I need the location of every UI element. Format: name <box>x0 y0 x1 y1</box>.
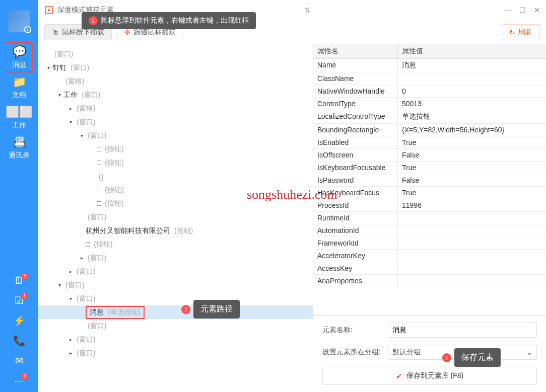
property-name: LocalizedControlType <box>313 110 398 123</box>
property-row: Name消息 <box>313 59 546 72</box>
tree-node[interactable]: ▸(窗格) <box>38 102 313 115</box>
tree-hint: (单选按钮) <box>108 308 141 316</box>
annotation-number-1: 1 <box>89 16 98 25</box>
property-row: IsOffscreenFalse <box>313 149 546 162</box>
tree-node[interactable]: (窗口) <box>38 210 313 224</box>
tree-node[interactable]: 杭州分叉智能科技有限公司 (按钮) <box>38 224 313 238</box>
button-label: 刷新 <box>518 28 532 37</box>
property-value: True <box>398 162 546 174</box>
property-row: BoundingRectangle{X=5,Y=82,Width=56,Heig… <box>313 124 546 136</box>
tree-node[interactable]: ▾钉钉 (窗口) <box>38 61 313 74</box>
tree-arrow-icon: ▾ <box>55 92 63 98</box>
element-tree[interactable]: (窗口)▾钉钉 (窗口)(窗格)▾工作 (窗口)▸(窗格)▾(窗口)▾(窗口)□… <box>38 44 313 392</box>
nav-contacts[interactable]: 📇 通讯录 <box>5 133 33 163</box>
tree-label: □ <box>97 186 103 194</box>
property-row: ControlType50013 <box>313 98 546 110</box>
close-button[interactable]: ✕ <box>534 6 540 14</box>
property-name: ClassName <box>313 72 398 85</box>
save-to-library-button[interactable]: ✔ 保存到元素库 (F8) <box>322 367 537 385</box>
tree-hint: (窗格) <box>77 104 95 112</box>
window-controls: — ☐ ✕ <box>504 6 540 14</box>
property-name: FrameworkId <box>313 237 398 249</box>
calendar-badge: 3 <box>21 273 28 280</box>
property-row: AriaProperties <box>313 275 546 287</box>
tree-hint: (按钮) <box>94 240 112 248</box>
element-name-input[interactable] <box>388 323 537 338</box>
tree-node[interactable]: (窗口) <box>38 47 313 61</box>
tree-node[interactable]: □ (按钮) <box>38 238 313 251</box>
tree-hint: (窗口) <box>77 349 95 357</box>
lightning-icon[interactable]: ⚡ <box>13 315 26 327</box>
minimize-button[interactable]: — <box>504 6 511 14</box>
annotation-tooltip-1: 1 鼠标悬浮到软件元素，右键或者左键，出现红框 <box>82 12 256 29</box>
nav-label: 通讯录 <box>9 151 30 160</box>
tree-node[interactable]: ▸(窗口) <box>38 346 313 360</box>
save-form: 元素名称: 设置元素所在分组: 默认分组 ⌄ ✔ 保存到元素库 (F8) <box>313 315 546 392</box>
nav-docs[interactable]: 📁 文档 <box>5 72 33 103</box>
annotation-tooltip-2: 2 元素路径 <box>181 300 240 319</box>
avatar[interactable]: + <box>8 10 30 32</box>
tree-hint: (窗口) <box>77 267 95 275</box>
mail-icon[interactable]: ✉ <box>15 355 24 367</box>
tree-arrow-icon: ▾ <box>44 65 52 70</box>
property-name: AutomationId <box>313 224 398 237</box>
tree-node[interactable]: (窗格) <box>38 74 313 88</box>
tree-node[interactable]: □ (按钮) <box>38 183 313 197</box>
document-icon: 📁 <box>13 75 26 89</box>
tree-hint: (窗口) <box>88 131 106 139</box>
tree-node[interactable]: ▸(窗口) <box>38 251 313 265</box>
property-value <box>398 72 546 85</box>
property-value <box>398 224 546 237</box>
tree-node[interactable]: ▾(窗口) <box>38 115 313 129</box>
tree-node[interactable]: ▸(窗口) <box>38 333 313 346</box>
tree-node[interactable]: ▾(窗口) <box>38 278 313 292</box>
more-icon[interactable]: ⋯6 <box>14 375 24 387</box>
tree-node[interactable]: 消息 (单选按钮) <box>38 305 313 319</box>
property-row: HasKeyboardFocusTrue <box>313 187 546 199</box>
phone-icon[interactable]: 📞 <box>13 335 26 347</box>
property-value <box>398 275 546 287</box>
maximize-button[interactable]: ☐ <box>519 6 526 14</box>
property-value <box>398 262 546 274</box>
property-value: True <box>398 136 546 148</box>
sort-icon[interactable]: ⇅ <box>304 6 310 14</box>
tree-hint: (按钮) <box>105 159 123 167</box>
tree-label: 消息 <box>90 308 106 316</box>
tree-arrow-icon: ▾ <box>66 119 75 125</box>
tree-node[interactable]: ▾(窗口) <box>38 292 313 305</box>
checkbox-icon[interactable]: ☑1 <box>15 294 24 306</box>
annotation-text: 鼠标悬浮到软件元素，右键或者左键，出现红框 <box>101 16 249 25</box>
check-badge: 1 <box>21 292 28 299</box>
tree-node[interactable]: □ (按钮) <box>38 142 313 156</box>
property-name: IsOffscreen <box>313 149 398 161</box>
properties-panel: 属性名 属性值 Name消息ClassNameNativeWindowHandl… <box>313 44 546 392</box>
tree-node[interactable]: ▸(窗口) <box>38 265 313 278</box>
table-header: 属性名 属性值 <box>313 44 546 59</box>
property-name: IsKeyboardFocusable <box>313 162 398 174</box>
main-panel: 1 鼠标悬浮到软件元素，右键或者左键，出现红框 深度模式捕获元素 ⇅ — ☐ ✕… <box>38 0 546 392</box>
select-value: 默认分组 <box>392 348 421 357</box>
nav-messages[interactable]: 💬 消息 <box>5 42 33 72</box>
tree-node[interactable]: □ (按钮) <box>38 197 313 210</box>
nav-label: 消息 <box>12 60 26 69</box>
tree-hint: () <box>99 173 103 181</box>
tree-label: □ <box>97 199 103 207</box>
property-value: False <box>398 149 546 161</box>
property-row: IsEnabledTrue <box>313 136 546 149</box>
property-value: {X=5,Y=82,Width=56,Height=60} <box>398 124 546 136</box>
tree-node[interactable]: (窗口) <box>38 319 313 333</box>
chevron-down-icon: ⌄ <box>526 348 532 356</box>
property-row: FrameworkId <box>313 237 546 250</box>
tree-node[interactable]: () <box>38 170 313 183</box>
tree-node[interactable]: ▾(窗口) <box>38 129 313 142</box>
calendar-icon[interactable]: 🗓3 <box>14 275 24 286</box>
property-value: 11996 <box>398 199 546 211</box>
tree-hint: (按钮) <box>105 199 123 207</box>
property-name: ProcessId <box>313 199 398 211</box>
property-name: AcceleratorKey <box>313 250 398 262</box>
tree-hint: (窗口) <box>65 281 84 289</box>
refresh-button[interactable]: ↻ 刷新 <box>502 24 540 40</box>
nav-work[interactable]: ⬜⬜ 工作 <box>5 103 33 133</box>
tree-node[interactable]: ▾工作 (窗口) <box>38 88 313 102</box>
tree-node[interactable]: □ (按钮) <box>38 156 313 170</box>
